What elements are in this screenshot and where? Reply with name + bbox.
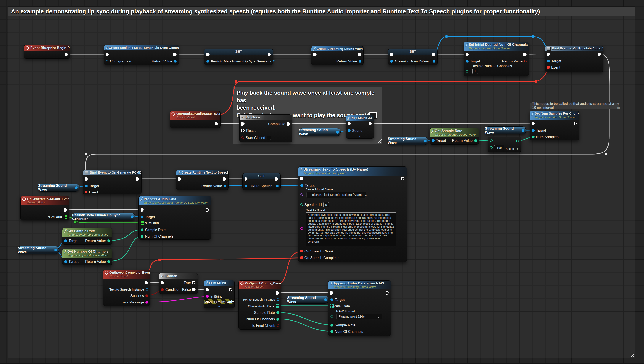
value-out-pin[interactable] [75, 186, 78, 189]
node-get-sample-rate-left[interactable]: ƒ Get Sample Rate Target is Imported Sou… [62, 228, 112, 245]
add-pin-button[interactable]: Add pin⊕ [506, 147, 519, 150]
sample-rate-pin[interactable] [330, 324, 333, 326]
value-out-pin[interactable] [522, 129, 524, 132]
var-streaming-sound-wave[interactable]: Streaming Sound Wave [387, 137, 428, 145]
exec-out-pin[interactable] [229, 288, 233, 291]
node-event-begin-play[interactable]: Event Blueprint Begin Play [24, 45, 70, 58]
var-lipsync-generator[interactable]: Realistic Meta Human Lip Sync Generator [72, 213, 135, 220]
target-pin[interactable] [300, 184, 303, 187]
true-pin[interactable] [192, 281, 196, 284]
target-pin[interactable] [432, 139, 435, 142]
tts-instance-pin[interactable] [146, 288, 148, 290]
raw-format-dropdown[interactable]: Floating point 32-bit⌄ [336, 314, 382, 320]
var-streaming-sound-wave[interactable]: Streaming Sound Wave [287, 296, 329, 304]
tts-instance-pin[interactable] [277, 298, 279, 301]
condition-pin[interactable] [161, 288, 164, 291]
exec-in-pin[interactable] [85, 177, 88, 181]
exec-out-pin[interactable] [223, 177, 226, 181]
pcmdata-pin[interactable] [64, 215, 65, 216]
value-out-pin[interactable] [131, 215, 133, 218]
node-onspeechcomplete-event[interactable]: OnSpeechComplete_Event Custom Event Text… [103, 270, 150, 306]
speaker-id-value[interactable]: 0 [323, 202, 329, 207]
node-streaming-text-to-speech[interactable]: ƒ Streaming Text To Speech (By Name) Tar… [298, 166, 407, 262]
exec-out-pin[interactable] [369, 122, 372, 125]
exec-out-pin[interactable] [65, 53, 68, 56]
value-in-pin[interactable] [206, 60, 209, 63]
pcmdata-pin[interactable] [141, 221, 141, 222]
node-get-sample-rate-top[interactable]: ƒ Get Sample Rate Target is Imported Sou… [430, 128, 479, 144]
node-set-initial-desired-num-channels[interactable]: ƒ Set Initial Desired Num Of Channels Ta… [464, 42, 529, 76]
return-value-pin[interactable] [474, 139, 477, 142]
false-pin[interactable] [192, 288, 196, 291]
target-pin[interactable] [547, 60, 550, 62]
node-set-text-to-speech[interactable]: SET Text to Speech [242, 173, 281, 190]
value-out-pin[interactable] [424, 140, 426, 142]
reset-pin[interactable] [242, 129, 245, 132]
value-out-pin[interactable] [54, 248, 57, 252]
desired-num-pin[interactable] [466, 70, 468, 73]
exec-out-pin[interactable] [64, 208, 67, 212]
target-pin[interactable] [141, 216, 143, 218]
target-pin[interactable] [330, 298, 333, 301]
node-bind-event-generate-pcmdata[interactable]: Bind Event to On Generate PCMData Target… [83, 170, 141, 194]
chunk-audio-data-pin[interactable] [276, 304, 277, 305]
sample-rate-pin[interactable] [276, 311, 279, 314]
exec-out-pin[interactable] [136, 177, 139, 181]
value-out-pin[interactable] [433, 60, 436, 63]
divide-output-pin[interactable] [516, 140, 519, 142]
start-closed-checkbox[interactable] [267, 136, 271, 140]
node-play-sound-2d[interactable]: ƒ Play Sound 2D Sound ⌄ [346, 115, 374, 138]
start-closed-pin[interactable] [242, 136, 244, 139]
target-pin[interactable] [466, 60, 469, 63]
exec-out-pin[interactable] [523, 53, 527, 56]
exec-in-pin[interactable] [313, 53, 317, 56]
node-append-audio-data-from-raw[interactable]: ƒ Append Audio Data From RAW Target is S… [328, 280, 391, 336]
exec-in-pin[interactable] [206, 53, 210, 56]
expand-chevron[interactable]: ⌄ [359, 134, 361, 138]
text-to-speak-pin[interactable] [300, 227, 303, 230]
exec-in-pin[interactable] [178, 177, 181, 181]
var-streaming-sound-wave[interactable]: Streaming Sound Wave [299, 128, 341, 136]
exec-in-pin[interactable] [348, 122, 351, 125]
return-value-pin[interactable] [174, 60, 177, 63]
exec-out-pin[interactable] [276, 291, 279, 294]
value-out-pin[interactable] [276, 184, 279, 188]
exec-in-pin[interactable] [206, 288, 209, 291]
on-speech-chunk-pin[interactable] [300, 250, 303, 252]
var-streaming-sound-wave[interactable]: Streaming Sound Wave [38, 184, 79, 192]
node-onspeechchunk-event[interactable]: OnSpeechChunk_Event Custom Event Text to… [239, 280, 281, 330]
exec-in-pin[interactable] [300, 177, 304, 180]
node-process-audio-data[interactable]: ƒ Process Audio Data Target is Realistic… [138, 196, 211, 240]
text-to-speak-textarea[interactable]: Streaming synthesis output begins with a… [306, 212, 396, 246]
exec-out-pin[interactable] [574, 122, 577, 125]
exec-out-pin[interactable] [275, 177, 279, 181]
value-in-pin[interactable] [390, 60, 393, 63]
node-ongenerate-pcmdata-event[interactable]: OnGeneratePCMData_Event Custom Event PCM… [20, 196, 69, 220]
sound-pin[interactable] [348, 129, 351, 132]
exec-in-pin[interactable] [390, 53, 393, 56]
node-create-lipsync-generator[interactable]: ƒ Create Realistic Meta Human Lip Sync G… [104, 45, 179, 65]
exec-out-pin[interactable] [173, 53, 177, 56]
var-streaming-sound-wave[interactable]: Streaming Sound Wave [18, 246, 59, 254]
divide-input-b-value[interactable]: 100 [494, 145, 504, 150]
target-pin[interactable] [64, 260, 67, 263]
error-message-pin[interactable] [145, 301, 148, 304]
configuration-pin[interactable] [106, 60, 108, 62]
node-create-streaming-sound-wave[interactable]: ƒ Create Streaming Sound Wave Return Val… [311, 46, 363, 65]
node-get-number-of-channels[interactable]: ƒ Get Number Of Channels Target is Impor… [62, 248, 112, 265]
node-set-lipsync-generator[interactable]: SET Realistic Meta Human Lip Sync Genera… [204, 49, 273, 65]
raw-format-pin[interactable] [330, 315, 333, 318]
var-streaming-sound-wave[interactable]: Streaming Sound Wave [485, 126, 526, 134]
is-final-chunk-pin[interactable] [277, 324, 279, 326]
exec-in-pin[interactable] [106, 53, 109, 56]
value-out-pin[interactable] [324, 298, 327, 301]
node-set-num-samples-per-chunk[interactable]: ƒ Set Num Samples Per Chunk Target is Im… [530, 111, 579, 140]
exec-out-pin[interactable] [432, 53, 436, 56]
exec-in-pin[interactable] [161, 281, 164, 284]
node-onpopulate-audiostate-event[interactable]: OnPopulateAudioState_Event Custom Event [170, 111, 221, 128]
num-channels-pin[interactable] [330, 330, 333, 333]
exec-out-pin[interactable] [215, 122, 218, 125]
target-pin[interactable] [64, 240, 67, 242]
in-string-pin[interactable] [206, 295, 209, 298]
node-print-string[interactable]: ƒ Print String In String Development Onl… [204, 280, 235, 308]
